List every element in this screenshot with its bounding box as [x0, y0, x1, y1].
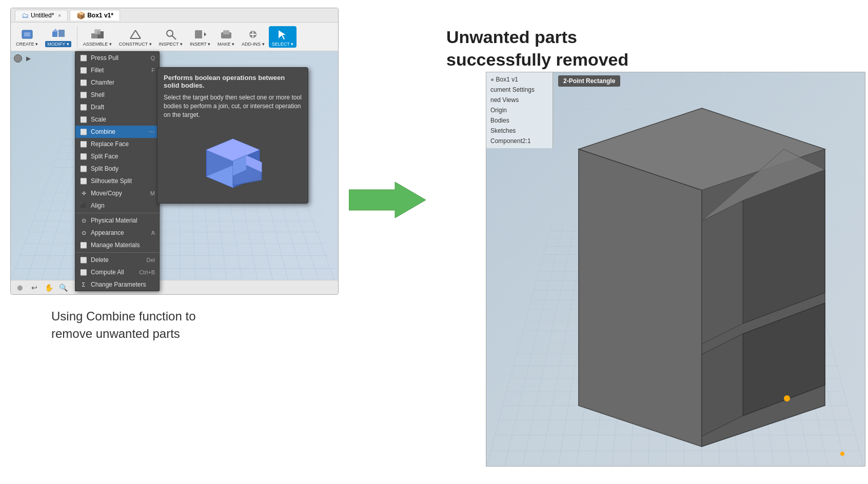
- create-label: CREATE ▾: [16, 42, 38, 47]
- tree-doc-settings-label: cument Settings: [490, 86, 535, 93]
- menu-split-face[interactable]: ⬜ Split Face: [75, 150, 159, 163]
- menu-combine[interactable]: ⬜ Combine ⋯: [75, 126, 159, 138]
- physical-material-icon: ⊙: [80, 216, 88, 225]
- select-label: SELECT ▾: [272, 42, 293, 47]
- insert-icon: [192, 27, 208, 42]
- assemble-label: ASSEMBLE ▾: [83, 42, 112, 47]
- modify-label: MODIFY ▾: [45, 41, 71, 47]
- menu-compute-all[interactable]: ⬜ Compute All Ctrl+B: [75, 266, 159, 278]
- modify-dropdown: ⬜ Press Pull Q ⬜ Fillet F ⬜ Chamfer ⬜ Sh…: [75, 51, 160, 291]
- menu-split-body-label: Split Body: [91, 165, 119, 172]
- menu-change-parameters[interactable]: Σ Change Parameters: [75, 278, 159, 291]
- undo-icon[interactable]: ↩: [29, 283, 40, 293]
- menu-change-parameters-label: Change Parameters: [91, 281, 146, 288]
- tree-box1v1[interactable]: ● Box1 v1: [486, 74, 553, 85]
- combine-tooltip: Performs boolean operations between soli…: [157, 67, 308, 204]
- toolbar-modify[interactable]: MODIFY ▾: [42, 26, 74, 48]
- move-copy-shortcut: M: [150, 190, 155, 196]
- tree-sketches-label: Sketches: [490, 127, 516, 134]
- toolbar-addins[interactable]: ADD-INS ▾: [239, 26, 268, 48]
- assemble-icon: [89, 27, 106, 42]
- svg-line-9: [135, 30, 141, 38]
- tree-bodies-label: Bodies: [490, 117, 509, 124]
- svg-marker-28: [349, 182, 426, 218]
- menu-compute-all-label: Compute All: [91, 269, 124, 276]
- toolbar: CREATE ▾ MODIFY ▾ ASSEMBLE ▾ CONSTRUCT ▾: [11, 23, 338, 51]
- toolbar-create[interactable]: CREATE ▾: [13, 26, 41, 48]
- snap-icon[interactable]: ⊕: [15, 283, 25, 293]
- toolbar-select[interactable]: SELECT ▾: [269, 26, 297, 48]
- menu-chamfer[interactable]: ⬜ Chamfer: [75, 76, 159, 89]
- menu-shell[interactable]: ⬜ Shell: [75, 89, 159, 101]
- svg-line-12: [172, 35, 176, 39]
- align-icon: ⬛: [80, 201, 88, 210]
- expand-icon[interactable]: ▶: [24, 54, 32, 63]
- move-copy-icon: ✛: [80, 189, 88, 197]
- fillet-icon: ⬜: [80, 66, 88, 74]
- menu-silhouette-split[interactable]: ⬜ Silhouette Split: [75, 175, 159, 187]
- menu-split-body[interactable]: ⬜ Split Body: [75, 163, 159, 175]
- menu-fillet-label: Fillet: [91, 67, 104, 74]
- create-icon: [19, 27, 35, 42]
- modify-icon: [50, 27, 67, 41]
- draft-icon: ⬜: [80, 103, 88, 111]
- toolbar-inspect[interactable]: INSPECT ▾: [156, 26, 186, 48]
- tab-box1[interactable]: 📦 Box1 v1*: [70, 10, 120, 21]
- rect-button[interactable]: 2-Point Rectangle: [558, 75, 620, 87]
- tree-named-views-label: ned Views: [490, 96, 519, 104]
- svg-rect-1: [24, 32, 30, 36]
- menu-move-copy[interactable]: ✛ Move/Copy M: [75, 187, 159, 199]
- combine-more-icon: ⋯: [149, 128, 155, 135]
- tab-untitled-label: Untitled*: [31, 12, 54, 19]
- left-caption-line1: Using Combine function to: [51, 308, 195, 325]
- menu-draft[interactable]: ⬜ Draft: [75, 101, 159, 113]
- right-cad-panel: 2-Point Rectangle ● Box1 v1 cument Setti…: [486, 72, 865, 467]
- left-cad-panel: 🗂 Untitled* × 📦 Box1 v1* CREATE ▾ MODIFY…: [10, 8, 339, 295]
- box-3d-container: [538, 98, 865, 466]
- svg-rect-39: [784, 395, 790, 401]
- menu-fillet[interactable]: ⬜ Fillet F: [75, 64, 159, 76]
- menu-press-pull[interactable]: ⬜ Press Pull Q: [75, 52, 159, 64]
- make-icon: [218, 27, 234, 42]
- zoom-icon[interactable]: 🔍: [58, 283, 68, 293]
- menu-replace-face[interactable]: ⬜ Replace Face: [75, 138, 159, 150]
- nav-circle[interactable]: [14, 54, 22, 63]
- menu-delete[interactable]: ⬜ Delete Del: [75, 254, 159, 266]
- menu-appearance-label: Appearance: [91, 229, 124, 236]
- tree-origin-label: Origin: [490, 107, 507, 114]
- menu-scale[interactable]: ⬜ Scale: [75, 113, 159, 126]
- menu-draft-label: Draft: [91, 104, 104, 111]
- menu-physical-material[interactable]: ⊙ Physical Material: [75, 214, 159, 227]
- combine-icon: ⬜: [80, 128, 88, 136]
- menu-align[interactable]: ⬛ Align: [75, 199, 159, 212]
- tab-untitled[interactable]: 🗂 Untitled* ×: [15, 10, 68, 21]
- menu-appearance[interactable]: ⊙ Appearance A: [75, 227, 159, 239]
- addins-icon: [245, 27, 261, 42]
- menu-manage-materials-label: Manage Materials: [91, 241, 140, 249]
- menu-silhouette-split-label: Silhouette Split: [91, 177, 132, 185]
- menu-chamfer-label: Chamfer: [91, 79, 114, 86]
- toolbar-construct[interactable]: CONSTRUCT ▾: [116, 26, 155, 48]
- menu-physical-material-label: Physical Material: [91, 217, 137, 224]
- delete-icon: ⬜: [80, 256, 88, 264]
- construct-label: CONSTRUCT ▾: [119, 42, 152, 47]
- toolbar-insert[interactable]: INSERT ▾: [187, 26, 213, 48]
- make-label: MAKE ▾: [218, 42, 234, 47]
- right-arrow-svg: [349, 179, 426, 220]
- menu-split-face-label: Split Face: [91, 153, 118, 160]
- pan-icon[interactable]: ✋: [44, 283, 54, 293]
- toolbar-assemble[interactable]: ASSEMBLE ▾: [80, 26, 115, 48]
- menu-manage-materials[interactable]: ⬜ Manage Materials: [75, 239, 159, 251]
- split-face-icon: ⬜: [80, 152, 88, 160]
- arrow-container: [349, 174, 426, 226]
- toolbar-make[interactable]: MAKE ▾: [214, 26, 238, 48]
- tree-doc-settings[interactable]: cument Settings: [486, 85, 553, 95]
- svg-marker-31: [579, 149, 702, 447]
- construct-icon: [127, 27, 144, 42]
- menu-move-copy-label: Move/Copy: [91, 190, 122, 197]
- inspect-label: INSPECT ▾: [159, 42, 183, 47]
- tab-close-untitled[interactable]: ×: [58, 13, 61, 18]
- tree-dot-icon: ●: [490, 76, 496, 83]
- silhouette-split-icon: ⬜: [80, 177, 88, 185]
- left-caption-line2: remove unwanted parts: [51, 325, 195, 342]
